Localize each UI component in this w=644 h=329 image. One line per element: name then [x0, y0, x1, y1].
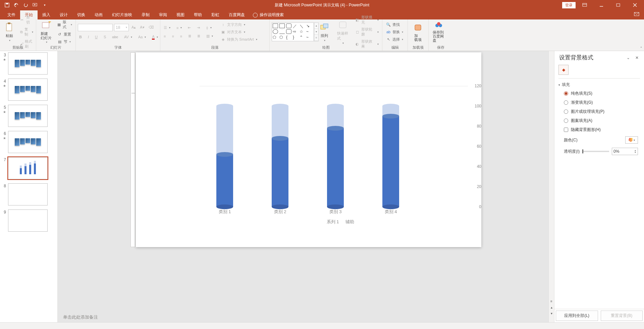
cut-button[interactable]: ✂剪切 — [18, 14, 35, 26]
bar-4[interactable]: 类别 4 — [382, 106, 399, 207]
numbering-button[interactable]: ≡ — [175, 25, 183, 31]
align-left-button[interactable]: ≡ — [162, 34, 167, 39]
tab-record[interactable]: 录制 — [137, 10, 154, 19]
pane-close-icon[interactable]: ✕ — [633, 54, 641, 61]
tab-view[interactable]: 视图 — [172, 10, 189, 19]
align-right-button[interactable]: ≡ — [179, 34, 183, 39]
quick-styles-button[interactable]: 快速样式 — [335, 19, 351, 45]
pattern-fill-option[interactable]: 图案填充(A) — [558, 116, 640, 125]
layout-button[interactable]: ▦版式 — [56, 19, 73, 30]
tab-transition[interactable]: 切换 — [72, 10, 90, 19]
picture-fill-option[interactable]: 图片或纹理填充(P) — [558, 107, 640, 116]
bullets-button[interactable]: ☰ — [162, 25, 172, 31]
thumb-preview[interactable] — [8, 131, 48, 153]
shrink-font-button[interactable]: A▾ — [139, 25, 146, 30]
tab-insert[interactable]: 插入 — [38, 10, 55, 19]
slide-thumbnail-panel[interactable]: 3★4★5★6★789 — [0, 51, 58, 322]
tab-slideshow[interactable]: 幻灯片放映 — [107, 10, 137, 19]
thumb-preview[interactable] — [8, 52, 48, 75]
fill-section-header[interactable]: 填充 — [558, 81, 640, 89]
clear-format-button[interactable]: ⌫ — [147, 25, 155, 30]
transparency-slider[interactable] — [582, 151, 609, 152]
underline-button[interactable]: U — [94, 34, 99, 40]
align-center-button[interactable]: ≡ — [170, 34, 175, 39]
transparency-input[interactable]: 0%▲▼ — [612, 148, 638, 155]
replace-button[interactable]: ab替换 — [384, 29, 406, 35]
shadow-button[interactable]: S — [102, 34, 107, 40]
prev-slide-icon[interactable]: ▴ — [549, 304, 554, 310]
find-button[interactable]: 🔍查找 — [384, 21, 406, 28]
scroll-split-icon[interactable]: ≡ — [549, 298, 554, 304]
addins-button[interactable]: 加 载项 — [410, 21, 426, 43]
slide-thumb-8[interactable]: 8 — [1, 183, 55, 205]
minimize-icon[interactable] — [594, 0, 609, 10]
color-picker-button[interactable]: ▾ — [625, 136, 638, 144]
save-icon[interactable] — [3, 1, 11, 9]
slide-thumb-6[interactable]: 6★ — [1, 131, 55, 153]
reset-background-button[interactable]: 重置背景(B) — [601, 311, 643, 321]
bold-button[interactable]: B — [78, 34, 83, 40]
editor-scrollbar[interactable]: ≡ ▴ ▾ — [548, 51, 554, 322]
close-icon[interactable] — [627, 0, 643, 10]
new-slide-button[interactable]: 新建 幻灯片 — [38, 19, 54, 44]
ribbon-display-icon[interactable] — [577, 0, 592, 10]
shape-fill-button[interactable]: ◧形状填充 — [354, 14, 380, 26]
pane-options-icon[interactable]: ⌄ — [625, 54, 632, 61]
apply-to-all-button[interactable]: 应用到全部(L) — [556, 311, 598, 321]
tab-design[interactable]: 设计 — [55, 10, 72, 19]
font-name-combo[interactable] — [78, 24, 113, 31]
tab-baidu[interactable]: 百度网盘 — [224, 10, 250, 19]
slide-thumb-4[interactable]: 4★ — [1, 79, 55, 101]
thumb-preview[interactable] — [8, 183, 48, 205]
strike-button[interactable]: abc — [111, 34, 119, 40]
spacing-button[interactable]: AV — [123, 34, 133, 40]
thumb-preview[interactable] — [8, 105, 48, 127]
current-slide[interactable]: 类别 1类别 2类别 3类别 4 020406080100120 系列 1 辅助 — [136, 52, 481, 247]
solid-fill-option[interactable]: 纯色填充(S) — [558, 89, 640, 98]
indent-button[interactable]: ⇥ — [196, 25, 201, 31]
outdent-button[interactable]: ⇤ — [186, 25, 192, 31]
maximize-icon[interactable] — [610, 0, 626, 10]
notes-placeholder[interactable]: 单击此处添加备注 — [58, 312, 554, 322]
tell-me-search[interactable]: 操作说明搜索 — [250, 10, 287, 19]
slide-thumb-3[interactable]: 3★ — [1, 52, 55, 75]
reset-button[interactable]: ↺重置 — [56, 31, 73, 38]
login-button[interactable]: 登录 — [562, 2, 576, 8]
redo-icon[interactable] — [21, 1, 30, 9]
grow-font-button[interactable]: A▴ — [130, 25, 137, 30]
bar-3[interactable]: 类别 3 — [327, 106, 344, 207]
arrange-button[interactable]: 排列 — [317, 21, 332, 43]
tab-review[interactable]: 审阅 — [154, 10, 172, 19]
columns-button[interactable]: ▥ — [205, 33, 214, 39]
undo-icon[interactable] — [12, 1, 21, 9]
font-color-button[interactable]: A — [151, 34, 159, 40]
tab-file[interactable]: 文件 — [3, 10, 20, 19]
tab-help[interactable]: 帮助 — [189, 10, 207, 19]
text-direction-button[interactable]: ↕文字方向 — [219, 21, 258, 28]
select-button[interactable]: ↖选择 — [384, 36, 406, 43]
thumb-preview[interactable] — [8, 209, 48, 232]
slide-thumb-9[interactable]: 9 — [1, 209, 55, 232]
hide-bg-option[interactable]: 隐藏背景图形(H) — [558, 125, 640, 134]
bar-2[interactable]: 类别 2 — [272, 106, 288, 207]
italic-button[interactable]: I — [87, 34, 90, 40]
save-baidu-button[interactable]: 保存到 百度网盘 — [431, 21, 447, 43]
tab-caihong[interactable]: 彩虹 — [207, 10, 224, 19]
slide-thumb-7[interactable]: 7 — [1, 157, 55, 179]
case-button[interactable]: Aa — [137, 34, 147, 40]
chart[interactable]: 类别 1类别 2类别 3类别 4 020406080100120 系列 1 辅助 — [200, 86, 481, 227]
paste-button[interactable]: 粘贴 — [2, 21, 17, 43]
shapes-gallery[interactable]: ／ ＼↘ ⇨ ☆~ ⬠⬡ {} ⌃~ ▴▾≡ — [272, 22, 314, 41]
pane-fill-tab[interactable]: ◆ — [558, 65, 569, 75]
slide-thumb-5[interactable]: 5★ — [1, 105, 55, 127]
font-size-combo[interactable]: 18▾ — [114, 24, 129, 31]
align-text-button[interactable]: ▣对齐文本 — [219, 29, 258, 35]
shape-outline-button[interactable]: ◻形状轮廓 — [354, 26, 380, 38]
line-spacing-button[interactable]: ‡ — [205, 25, 213, 31]
justify-button[interactable]: ≣ — [187, 33, 193, 39]
bar-1[interactable]: 类别 1 — [216, 106, 233, 207]
thumb-preview[interactable] — [8, 79, 48, 101]
tab-animation[interactable]: 动画 — [90, 10, 107, 19]
qat-more-icon[interactable]: ▾ — [40, 1, 49, 9]
section-button[interactable]: ▤节 — [56, 38, 73, 45]
